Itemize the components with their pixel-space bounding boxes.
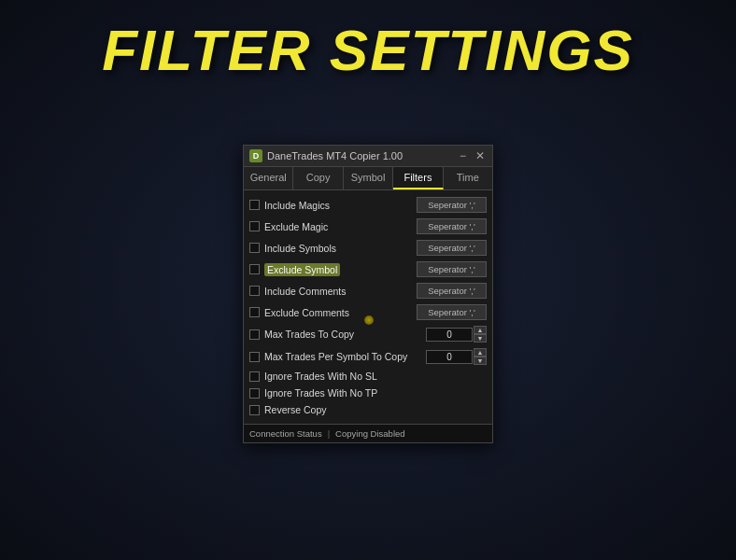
separator-exclude-symbol[interactable]: Seperator ',' [417,261,487,277]
input-max-trades-symbol[interactable] [426,350,473,364]
tab-symbol[interactable]: Symbol [344,167,393,189]
separator-exclude-comments[interactable]: Seperator ',' [417,304,487,320]
filter-row-exclude-symbol: Exclude Symbol Seperator ',' [249,259,487,280]
separator-include-comments[interactable]: Seperator ',' [417,283,487,299]
filter-content: Include Magics Seperator ',' Exclude Mag… [244,190,492,424]
spin-down-max-trades[interactable]: ▼ [474,334,487,343]
filter-row-exclude-magic: Exclude Magic Seperator ',' [249,216,487,237]
spin-up-max-trades-symbol[interactable]: ▲ [474,348,487,357]
copying-status-text: Copying Disabled [335,428,404,439]
connection-status-text: Connection Status [249,428,322,439]
separator-exclude-magic[interactable]: Seperator ',' [417,218,487,234]
filter-row-include-comments: Include Comments Seperator ',' [249,280,487,301]
tab-filters[interactable]: Filters [393,167,443,189]
page-background: FILTER SETTINGS D DaneTrades MT4 Copier … [0,0,736,560]
minimize-button[interactable]: − [458,150,468,161]
app-logo-icon: D [249,149,262,162]
checkbox-max-trades[interactable] [249,329,260,340]
label-include-magics: Include Magics [264,200,330,211]
status-bar: Connection Status | Copying Disabled [244,424,492,442]
filter-row-include-magics: Include Magics Seperator ',' [249,194,487,216]
checkbox-ignore-no-tp[interactable] [249,388,260,399]
label-exclude-magic: Exclude Magic [264,221,328,232]
label-max-trades-symbol: Max Trades Per Symbol To Copy [264,351,407,362]
label-exclude-comments: Exclude Comments [264,307,349,318]
filter-row-max-trades: Max Trades To Copy ▲ ▼ [249,323,487,345]
label-include-symbols: Include Symbols [264,243,336,254]
checkbox-exclude-symbol[interactable] [249,264,260,274]
close-button[interactable]: ✕ [474,150,487,161]
checkbox-max-trades-symbol[interactable] [249,352,260,362]
label-reverse-copy: Reverse Copy [264,404,327,415]
app-window: D DaneTrades MT4 Copier 1.00 − ✕ General… [243,145,493,443]
filter-row-max-trades-symbol: Max Trades Per Symbol To Copy ▲ ▼ [249,345,487,368]
window-titlebar: D DaneTrades MT4 Copier 1.00 − ✕ [244,146,492,167]
checkbox-include-symbols[interactable] [249,243,260,253]
label-ignore-no-sl: Ignore Trades With No SL [264,371,377,382]
filter-row-include-symbols: Include Symbols Seperator ',' [249,237,487,259]
checkbox-include-comments[interactable] [249,286,260,296]
filter-row-ignore-no-tp: Ignore Trades With No TP [249,385,487,401]
filter-row-exclude-comments: Exclude Comments Seperator ',' [249,301,487,323]
checkbox-ignore-no-sl[interactable] [249,371,260,382]
label-max-trades: Max Trades To Copy [264,329,354,340]
checkbox-reverse-copy[interactable] [249,405,260,415]
checkbox-exclude-magic[interactable] [249,221,260,231]
page-title: FILTER SETTINGS [102,17,634,83]
status-divider: | [328,428,330,439]
input-max-trades[interactable] [426,328,473,342]
filter-row-ignore-no-sl: Ignore Trades With No SL [249,368,487,385]
checkbox-exclude-comments[interactable] [249,307,260,317]
tab-copy[interactable]: Copy [293,167,343,189]
tab-time[interactable]: Time [444,167,492,189]
window-controls: − ✕ [458,150,487,161]
separator-include-magics[interactable]: Seperator ',' [417,197,487,213]
label-ignore-no-tp: Ignore Trades With No TP [264,387,377,399]
separator-include-symbols[interactable]: Seperator ',' [417,240,487,256]
titlebar-left: D DaneTrades MT4 Copier 1.00 [249,149,403,162]
label-include-comments: Include Comments [264,286,347,297]
spin-up-max-trades[interactable]: ▲ [474,326,487,334]
checkbox-include-magics[interactable] [249,200,260,210]
tab-bar: General Copy Symbol Filters Time [244,167,492,190]
filter-row-reverse-copy: Reverse Copy [249,401,487,418]
spin-down-max-trades-symbol[interactable]: ▼ [474,357,487,365]
label-exclude-symbol: Exclude Symbol [264,263,340,276]
window-title: DaneTrades MT4 Copier 1.00 [267,150,403,161]
tab-general[interactable]: General [244,167,293,189]
